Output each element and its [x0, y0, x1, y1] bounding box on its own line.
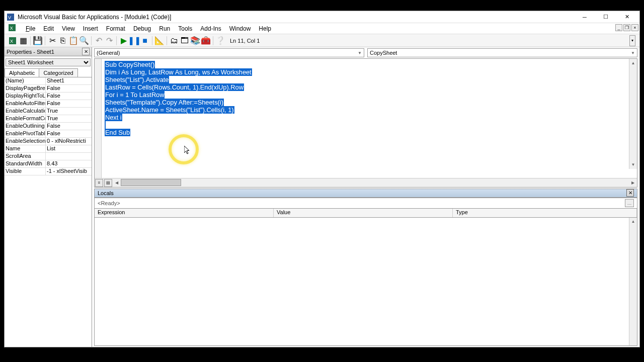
svg-text:V: V [8, 15, 11, 20]
window-title: Microsoft Visual Basic for Applications … [18, 14, 574, 21]
property-grid[interactable]: (Name)Sheet1 DisplayPageBreakFalse Displ… [5, 77, 92, 347]
menu-file[interactable]: File [22, 24, 39, 33]
procedure-view-icon[interactable]: ≡ [95, 179, 103, 187]
toolbar-overflow-icon[interactable]: ▾ [629, 35, 635, 46]
locals-columns: Expression Value Type [94, 209, 637, 218]
break-icon[interactable]: ❚❚ [129, 36, 139, 46]
menu-addins[interactable]: Add-Ins [196, 24, 225, 33]
find-icon[interactable]: 🔍 [79, 36, 89, 46]
full-module-view-icon[interactable]: ▤ [104, 179, 112, 187]
menu-run[interactable]: Run [155, 24, 174, 33]
svg-text:X: X [10, 39, 13, 44]
menu-format[interactable]: Format [102, 24, 129, 33]
properties-panel: Properties - Sheet1 ✕ Sheet1 Worksheet A… [5, 47, 92, 347]
help-icon[interactable]: ❔ [215, 36, 225, 46]
menu-debug[interactable]: Debug [129, 24, 155, 33]
procedure-dropdown[interactable]: CopySheet [367, 48, 637, 57]
svg-text:X: X [10, 26, 13, 31]
locals-vscroll[interactable]: ▲ [629, 218, 637, 346]
tab-alphabetic[interactable]: Alphabetic [5, 68, 39, 77]
mdi-restore-button[interactable]: ❐ [623, 24, 630, 31]
menu-help[interactable]: Help [255, 24, 275, 33]
menu-insert[interactable]: Insert [79, 24, 102, 33]
code-hscroll[interactable]: ◀ ▶ [113, 178, 637, 187]
code-text[interactable]: Sub CopySheet() Dim i As Long, LastRow A… [105, 61, 252, 136]
minimize-button[interactable]: ─ [574, 11, 595, 23]
locals-callstack-button[interactable]: … [625, 199, 634, 207]
app-window: V Microsoft Visual Basic for Application… [4, 11, 640, 347]
cursor-position: Ln 11, Col 1 [230, 38, 260, 44]
save-icon[interactable]: 💾 [33, 36, 43, 46]
run-icon[interactable]: ▶ [119, 36, 129, 46]
redo-icon[interactable]: ↷ [104, 36, 114, 46]
properties-window-icon[interactable]: 🗔 [180, 36, 190, 46]
close-button[interactable]: ✕ [616, 11, 637, 23]
menu-edit[interactable]: Edit [39, 24, 58, 33]
locals-body[interactable]: ▲ [94, 218, 637, 346]
paste-icon[interactable]: 📋 [68, 36, 78, 46]
locals-header: Locals ✕ [94, 189, 637, 198]
code-pane-region: (General) CopySheet Sub CopySheet() Dim … [92, 47, 639, 347]
mdi-close-button[interactable]: × [631, 24, 638, 31]
locals-col-expression[interactable]: Expression [95, 209, 274, 217]
menu-window[interactable]: Window [225, 24, 255, 33]
insert-module-icon[interactable]: ▦ [18, 36, 28, 46]
project-explorer-icon[interactable]: 🗂 [169, 36, 179, 46]
locals-close-button[interactable]: ✕ [626, 189, 634, 197]
code-margin [95, 59, 102, 178]
locals-status: <Ready> [98, 200, 120, 206]
view-excel-icon[interactable]: X [8, 36, 18, 46]
menu-tools[interactable]: Tools [174, 24, 196, 33]
titlebar: V Microsoft Visual Basic for Application… [5, 11, 639, 23]
undo-icon[interactable]: ↶ [94, 36, 104, 46]
reset-icon[interactable]: ■ [140, 36, 150, 46]
locals-col-value[interactable]: Value [274, 209, 453, 217]
menu-view[interactable]: View [58, 24, 79, 33]
excel-icon[interactable]: X [9, 24, 19, 32]
object-browser-icon[interactable]: 📚 [190, 36, 200, 46]
cut-icon[interactable]: ✂ [47, 36, 57, 46]
properties-header: Properties - Sheet1 ✕ [5, 47, 92, 56]
locals-title: Locals [98, 190, 114, 196]
design-mode-icon[interactable]: 📐 [154, 36, 165, 46]
maximize-button[interactable]: ☐ [595, 11, 616, 23]
toolbox-icon[interactable]: 🧰 [201, 36, 211, 46]
object-selector[interactable]: Sheet1 Worksheet [6, 58, 91, 66]
toolbar: X ▦ 💾 ✂ ⎘ 📋 🔍 ↶ ↷ ▶ ❚❚ ■ 📐 🗂 🗔 📚 🧰 ❔ Ln … [5, 34, 639, 47]
locals-col-type[interactable]: Type [453, 209, 637, 217]
code-vscroll[interactable]: ▲ ▼ [629, 59, 637, 169]
vba-app-icon: V [7, 13, 15, 21]
locals-status-row: <Ready> … [94, 198, 637, 209]
menubar: X File Edit View Insert Format Debug Run… [5, 23, 639, 34]
properties-close-button[interactable]: ✕ [82, 48, 90, 55]
code-editor[interactable]: Sub CopySheet() Dim i As Long, LastRow A… [94, 58, 637, 188]
mdi-minimize-button[interactable]: _ [615, 24, 622, 31]
copy-icon[interactable]: ⎘ [58, 36, 68, 46]
properties-title: Properties - Sheet1 [7, 49, 54, 55]
object-dropdown[interactable]: (General) [94, 48, 364, 57]
tab-categorized[interactable]: Categorized [39, 68, 77, 77]
